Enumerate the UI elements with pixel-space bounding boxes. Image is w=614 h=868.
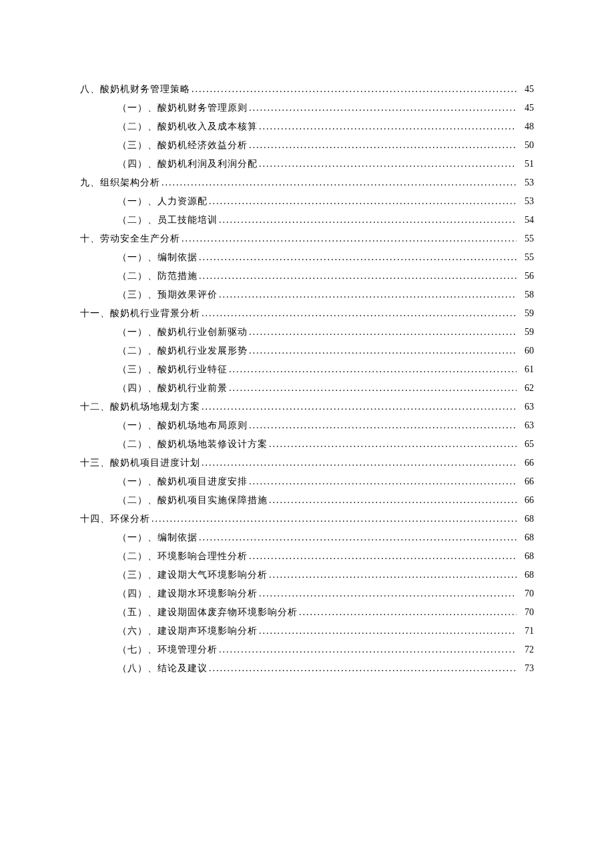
toc-entry: （一）、酸奶机财务管理原则45 bbox=[80, 99, 534, 117]
toc-entry-page: 45 bbox=[518, 99, 534, 117]
toc-leader-dots bbox=[249, 136, 517, 155]
toc-leader-dots bbox=[182, 230, 517, 248]
toc-entry-page: 58 bbox=[518, 286, 534, 304]
toc-entry: （三）、酸奶机行业特征61 bbox=[80, 360, 534, 379]
toc-leader-dots bbox=[199, 267, 517, 286]
toc-entry-page: 53 bbox=[518, 173, 534, 192]
toc-entry-title: （一）、编制依据 bbox=[117, 528, 198, 547]
toc-leader-dots bbox=[219, 286, 517, 304]
toc-entry-page: 55 bbox=[518, 248, 534, 267]
toc-entry-title: （二）、酸奶机行业发展形势 bbox=[117, 342, 248, 360]
toc-leader-dots bbox=[229, 360, 517, 379]
toc-entry-page: 60 bbox=[518, 342, 534, 360]
toc-entry-title: （一）、人力资源配 bbox=[117, 192, 208, 211]
toc-entry-title: （一）、酸奶机财务管理原则 bbox=[117, 99, 248, 117]
toc-entry-page: 66 bbox=[518, 454, 534, 472]
toc-entry-page: 59 bbox=[518, 304, 534, 323]
toc-entry-page: 73 bbox=[518, 659, 534, 678]
toc-leader-dots bbox=[249, 547, 517, 566]
toc-leader-dots bbox=[259, 622, 517, 640]
toc-entry-title: （一）、酸奶机行业创新驱动 bbox=[117, 323, 248, 342]
toc-entry: （二）、环境影响合理性分析68 bbox=[80, 547, 534, 566]
toc-entry: （六）、建设期声环境影响分析71 bbox=[80, 622, 534, 640]
toc-entry-page: 68 bbox=[518, 528, 534, 547]
toc-entry: 十三、酸奶机项目进度计划66 bbox=[80, 454, 534, 472]
toc-leader-dots bbox=[209, 192, 517, 211]
toc-entry: （八）、结论及建议73 bbox=[80, 659, 534, 678]
toc-entry-title: 十、劳动安全生产分析 bbox=[80, 230, 180, 248]
toc-entry-title: （二）、酸奶机场地装修设计方案 bbox=[117, 435, 268, 454]
toc-entry-title: 十四、环保分析 bbox=[80, 510, 150, 528]
toc-entry-page: 70 bbox=[518, 584, 534, 603]
toc-entry-page: 66 bbox=[518, 491, 534, 510]
toc-leader-dots bbox=[209, 659, 517, 678]
toc-entry-page: 63 bbox=[518, 416, 534, 435]
table-of-contents: 八、酸奶机财务管理策略45（一）、酸奶机财务管理原则45（二）、酸奶机收入及成本… bbox=[80, 80, 534, 678]
toc-leader-dots bbox=[202, 398, 517, 416]
toc-entry: （一）、酸奶机行业创新驱动59 bbox=[80, 323, 534, 342]
toc-entry: （二）、员工技能培训54 bbox=[80, 211, 534, 230]
toc-entry: 十四、环保分析68 bbox=[80, 510, 534, 528]
toc-entry-title: （七）、环境管理分析 bbox=[117, 640, 218, 659]
toc-leader-dots bbox=[259, 584, 517, 603]
toc-leader-dots bbox=[202, 304, 517, 323]
toc-entry: （一）、编制依据55 bbox=[80, 248, 534, 267]
toc-entry-title: （二）、酸奶机收入及成本核算 bbox=[117, 117, 258, 136]
toc-entry: 九、组织架构分析53 bbox=[80, 173, 534, 192]
toc-entry-title: （二）、防范措施 bbox=[117, 267, 198, 286]
toc-entry-page: 72 bbox=[518, 640, 534, 659]
toc-entry: 十一、酸奶机行业背景分析59 bbox=[80, 304, 534, 323]
toc-entry-page: 68 bbox=[518, 547, 534, 566]
toc-leader-dots bbox=[162, 173, 517, 192]
toc-entry: 十二、酸奶机场地规划方案63 bbox=[80, 398, 534, 416]
toc-entry-title: 十一、酸奶机行业背景分析 bbox=[80, 304, 200, 323]
toc-leader-dots bbox=[192, 80, 517, 99]
toc-entry-title: （二）、员工技能培训 bbox=[117, 211, 218, 230]
toc-leader-dots bbox=[249, 99, 517, 117]
toc-entry-page: 62 bbox=[518, 379, 534, 398]
toc-entry-page: 63 bbox=[518, 398, 534, 416]
toc-leader-dots bbox=[219, 640, 517, 659]
toc-entry-title: 八、酸奶机财务管理策略 bbox=[80, 80, 190, 99]
toc-entry: （三）、预期效果评价58 bbox=[80, 286, 534, 304]
toc-leader-dots bbox=[269, 435, 517, 454]
toc-entry: （四）、酸奶机利润及利润分配51 bbox=[80, 155, 534, 173]
toc-entry-page: 51 bbox=[518, 155, 534, 173]
toc-entry: （一）、编制依据68 bbox=[80, 528, 534, 547]
toc-entry: （二）、酸奶机收入及成本核算48 bbox=[80, 117, 534, 136]
toc-entry-page: 68 bbox=[518, 566, 534, 584]
toc-leader-dots bbox=[249, 472, 517, 491]
toc-entry-title: （四）、建设期水环境影响分析 bbox=[117, 584, 258, 603]
toc-entry-title: （二）、酸奶机项目实施保障措施 bbox=[117, 491, 268, 510]
toc-entry-title: （三）、酸奶机行业特征 bbox=[117, 360, 228, 379]
toc-leader-dots bbox=[229, 379, 517, 398]
toc-entry-title: （一）、酸奶机项目进度安排 bbox=[117, 472, 248, 491]
toc-entry-page: 50 bbox=[518, 136, 534, 155]
toc-leader-dots bbox=[259, 155, 517, 173]
toc-entry: （二）、防范措施56 bbox=[80, 267, 534, 286]
toc-entry: （七）、环境管理分析72 bbox=[80, 640, 534, 659]
toc-leader-dots bbox=[259, 117, 517, 136]
toc-leader-dots bbox=[249, 416, 517, 435]
toc-leader-dots bbox=[269, 566, 517, 584]
toc-entry-page: 71 bbox=[518, 622, 534, 640]
toc-entry-title: 九、组织架构分析 bbox=[80, 173, 160, 192]
toc-entry-page: 53 bbox=[518, 192, 534, 211]
toc-entry-title: （三）、酸奶机经济效益分析 bbox=[117, 136, 248, 155]
toc-entry-page: 45 bbox=[518, 80, 534, 99]
toc-entry: 十、劳动安全生产分析55 bbox=[80, 230, 534, 248]
toc-leader-dots bbox=[202, 454, 517, 472]
toc-entry-page: 61 bbox=[518, 360, 534, 379]
toc-entry-title: （六）、建设期声环境影响分析 bbox=[117, 622, 258, 640]
toc-leader-dots bbox=[249, 342, 517, 360]
toc-leader-dots bbox=[219, 211, 517, 230]
toc-entry: （五）、建设期固体废弃物环境影响分析70 bbox=[80, 603, 534, 622]
toc-leader-dots bbox=[249, 323, 517, 342]
toc-entry-title: （三）、预期效果评价 bbox=[117, 286, 218, 304]
toc-entry-title: （三）、建设期大气环境影响分析 bbox=[117, 566, 268, 584]
toc-leader-dots bbox=[199, 528, 517, 547]
toc-leader-dots bbox=[269, 491, 517, 510]
toc-entry-page: 68 bbox=[518, 510, 534, 528]
toc-leader-dots bbox=[299, 603, 517, 622]
toc-entry-page: 65 bbox=[518, 435, 534, 454]
